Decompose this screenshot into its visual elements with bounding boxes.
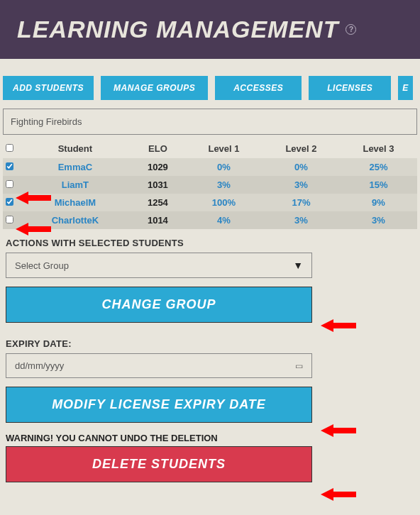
row-checkbox[interactable]: [6, 216, 13, 223]
change-group-button[interactable]: CHANGE GROUP: [6, 287, 312, 323]
page-title: LEARNING MANAGEMENT: [17, 16, 338, 43]
select-all-checkbox[interactable]: [6, 144, 13, 152]
col-student: Student: [20, 139, 131, 158]
student-link[interactable]: CharlotteK: [52, 215, 99, 226]
elo-cell: 1029: [131, 158, 185, 176]
group-select-placeholder: Select Group: [15, 260, 69, 271]
delete-students-button[interactable]: DELETE STUDENTS: [6, 446, 312, 482]
tab-bar: ADD STUDENTS MANAGE GROUPS ACCESSES LICE…: [0, 59, 420, 109]
l2-cell: 3%: [262, 176, 340, 194]
col-elo: ELO: [131, 139, 185, 158]
tab-accesses[interactable]: ACCESSES: [215, 76, 302, 100]
table-row: CharlotteK10144%3%3%: [3, 211, 417, 229]
l2-cell: 0%: [262, 158, 340, 176]
l3-cell: 3%: [340, 211, 417, 229]
l2-cell: 3%: [262, 211, 340, 229]
change-group-label: CHANGE GROUP: [101, 297, 216, 311]
svg-marker-4: [321, 488, 356, 501]
elo-cell: 1031: [131, 176, 185, 194]
delete-students-label: DELETE STUDENTS: [92, 457, 226, 471]
l1-cell: 4%: [185, 211, 262, 229]
group-name-field[interactable]: Fighting Firebirds: [3, 109, 417, 135]
tab-extra[interactable]: E: [398, 76, 413, 100]
expiry-date-placeholder: dd/mm/yyyy: [15, 360, 64, 371]
row-checkbox[interactable]: [6, 162, 13, 170]
chevron-down-icon: ▼: [293, 260, 303, 271]
actions-heading: ACTIONS WITH SELECTED STUDENTS: [6, 238, 414, 248]
col-l1: Level 1: [185, 139, 262, 158]
modify-expiry-label: MODIFY LICENSE EXPIRY DATE: [52, 397, 266, 411]
l1-cell: 100%: [185, 194, 262, 211]
l3-cell: 25%: [340, 158, 417, 176]
expiry-label: EXPIRY DATE:: [6, 338, 414, 349]
student-link[interactable]: LiamT: [62, 179, 89, 190]
group-name-text: Fighting Firebirds: [11, 116, 82, 127]
l3-cell: 9%: [340, 194, 417, 211]
l1-cell: 0%: [185, 158, 262, 176]
actions-section: ACTIONS WITH SELECTED STUDENTS Select Gr…: [0, 229, 420, 482]
tab-manage-groups[interactable]: MANAGE GROUPS: [101, 76, 208, 100]
help-icon[interactable]: ?: [346, 24, 356, 35]
group-select[interactable]: Select Group ▼: [6, 253, 312, 278]
elo-cell: 1254: [131, 194, 185, 211]
arrow-icon: [321, 487, 356, 502]
expiry-date-input[interactable]: dd/mm/yyyy ▭: [6, 353, 312, 378]
elo-cell: 1014: [131, 211, 185, 229]
student-link[interactable]: MichaelM: [55, 197, 96, 208]
tab-licenses[interactable]: LICENSES: [309, 76, 391, 100]
table-header-row: Student ELO Level 1 Level 2 Level 3: [3, 139, 417, 158]
student-link[interactable]: EmmaC: [58, 162, 92, 172]
l3-cell: 15%: [340, 176, 417, 194]
calendar-icon: ▭: [295, 361, 303, 371]
students-table: Student ELO Level 1 Level 2 Level 3 Emma…: [3, 139, 417, 229]
row-checkbox[interactable]: [6, 180, 13, 188]
delete-warning: WARNING! YOU CANNOT UNDO THE DELETION: [6, 433, 414, 443]
col-l3: Level 3: [340, 139, 417, 158]
tab-add-students[interactable]: ADD STUDENTS: [3, 76, 94, 100]
table-row: EmmaC10290%0%25%: [3, 158, 417, 176]
l2-cell: 17%: [262, 194, 340, 211]
table-row: MichaelM1254100%17%9%: [3, 194, 417, 211]
row-checkbox[interactable]: [6, 198, 13, 206]
table-row: LiamT10313%3%15%: [3, 176, 417, 194]
modify-expiry-button[interactable]: MODIFY LICENSE EXPIRY DATE: [6, 387, 312, 423]
page-header: LEARNING MANAGEMENT ?: [0, 0, 420, 59]
l1-cell: 3%: [185, 176, 262, 194]
students-table-wrap: Student ELO Level 1 Level 2 Level 3 Emma…: [3, 139, 417, 229]
select-all-cell: [3, 139, 20, 158]
col-l2: Level 2: [262, 139, 340, 158]
